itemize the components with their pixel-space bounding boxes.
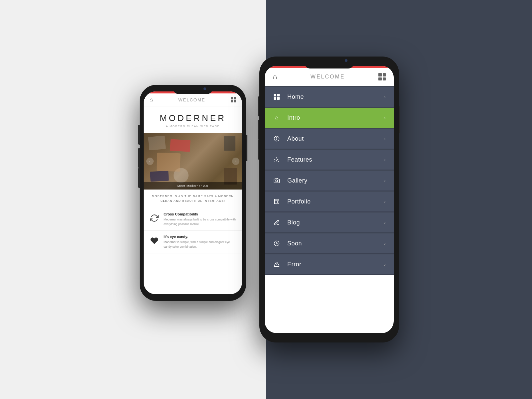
nav-item-portfolio[interactable]: Portfolio ›: [265, 192, 394, 212]
carousel-prev-button[interactable]: ‹: [146, 158, 154, 165]
nav-item-gallery[interactable]: Gallery ›: [265, 171, 394, 191]
heart-icon: [149, 235, 160, 246]
nav-chevron-home: ›: [384, 94, 386, 99]
header-title-right: WELCOME: [311, 74, 345, 80]
nav-label-portfolio: Portfolio: [287, 198, 311, 205]
brand-tagline: A MODERN CLEAN WEB PAGE: [147, 125, 239, 128]
screen-right: ⌂ WELCOME: [265, 66, 394, 333]
screen-left: ⌂ WELCOME MODERNER A MODERN CLEAN WEB PA…: [144, 91, 242, 294]
nav-item-intro[interactable]: ⌂ Intro ›: [265, 108, 394, 128]
carousel-image: [144, 133, 242, 190]
nav-icon-gallery: [273, 177, 281, 185]
nav-chevron-intro: ›: [384, 115, 386, 120]
nav-icon-soon: [273, 239, 281, 247]
nav-item-error[interactable]: Error ›: [265, 254, 394, 275]
nav-label-home: Home: [287, 93, 304, 100]
nav-label-soon: Soon: [287, 240, 302, 247]
home-icon-left[interactable]: ⌂: [150, 97, 153, 103]
nav-chevron-error: ›: [384, 262, 386, 267]
scene: ⌂ WELCOME MODERNER A MODERN CLEAN WEB PA…: [0, 0, 532, 399]
description-text: MODERNER IS AS THE NAME SAYS A MODERN CL…: [149, 194, 237, 203]
nav-item-home[interactable]: Home ›: [265, 87, 394, 107]
carousel-caption: Meet Moderner 2.0: [147, 184, 239, 188]
nav-icon-about: [273, 135, 281, 143]
brand-section: MODERNER A MODERN CLEAN WEB PAGE: [144, 106, 242, 133]
nav-icon-error: [273, 260, 281, 268]
nav-item-features[interactable]: Features ›: [265, 150, 394, 170]
nav-chevron-about: ›: [384, 136, 386, 141]
nav-icon-intro: ⌂: [273, 114, 281, 122]
feature-body-2: Moderner is simple, with a simple and el…: [164, 240, 237, 249]
header-title-left: WELCOME: [178, 97, 205, 102]
nav-chevron-features: ›: [384, 157, 386, 162]
carousel: ‹ › Meet Moderner 2.0: [144, 133, 242, 190]
nav-item-about[interactable]: About ›: [265, 129, 394, 149]
nav-chevron-soon: ›: [384, 241, 386, 246]
nav-icon-home: [273, 93, 281, 101]
feature-cross-compat: Cross Compatibility Moderner was always …: [144, 208, 242, 231]
svg-point-4: [276, 180, 278, 182]
header-left: ⌂ WELCOME: [144, 93, 242, 106]
nav-label-gallery: Gallery: [287, 177, 308, 184]
feature-body-1: Moderner was always built to be cross co…: [164, 217, 237, 226]
home-icon-right[interactable]: ⌂: [273, 72, 277, 81]
nav-icon-features: [273, 156, 281, 164]
nav-label-features: Features: [287, 156, 312, 163]
nav-item-blog[interactable]: Blog ›: [265, 212, 394, 233]
carousel-overlay: Meet Moderner 2.0: [144, 182, 242, 190]
nav-label-blog: Blog: [287, 219, 300, 226]
brand-name: MODERNER: [147, 113, 239, 123]
svg-point-3: [276, 159, 278, 161]
nav-label-intro: Intro: [287, 114, 300, 121]
feature-title-2: It's eye candy.: [164, 235, 237, 239]
nav-icon-blog: [273, 218, 281, 226]
nav-chevron-gallery: ›: [384, 178, 386, 183]
description-section: MODERNER IS AS THE NAME SAYS A MODERN CL…: [144, 190, 242, 208]
phone-right: ⌂ WELCOME: [259, 57, 399, 342]
svg-rect-5: [274, 199, 279, 204]
nav-icon-portfolio: [273, 198, 281, 205]
nav-label-about: About: [287, 135, 304, 142]
feature-title-1: Cross Compatibility: [164, 212, 237, 216]
phone-left: ⌂ WELCOME MODERNER A MODERN CLEAN WEB PA…: [140, 85, 246, 301]
grid-icon-left[interactable]: [231, 97, 236, 102]
nav-menu: Home › ⌂ Intro ›: [265, 86, 394, 275]
nav-chevron-portfolio: ›: [384, 199, 386, 204]
notch-left: [173, 85, 213, 94]
carousel-next-button[interactable]: ›: [232, 158, 239, 165]
feature-eye-candy-text: It's eye candy. Moderner is simple, with…: [164, 235, 237, 249]
svg-point-6: [277, 201, 278, 202]
grid-icon-right[interactable]: [378, 73, 386, 80]
header-right: ⌂ WELCOME: [265, 68, 394, 86]
feature-eye-candy: It's eye candy. Moderner is simple, with…: [144, 231, 242, 253]
nav-item-soon[interactable]: Soon ›: [265, 233, 394, 254]
notch-right: [304, 57, 354, 68]
sync-icon: [149, 213, 160, 223]
nav-label-error: Error: [287, 261, 302, 268]
feature-cross-compat-text: Cross Compatibility Moderner was always …: [164, 212, 237, 226]
nav-chevron-blog: ›: [384, 220, 386, 225]
